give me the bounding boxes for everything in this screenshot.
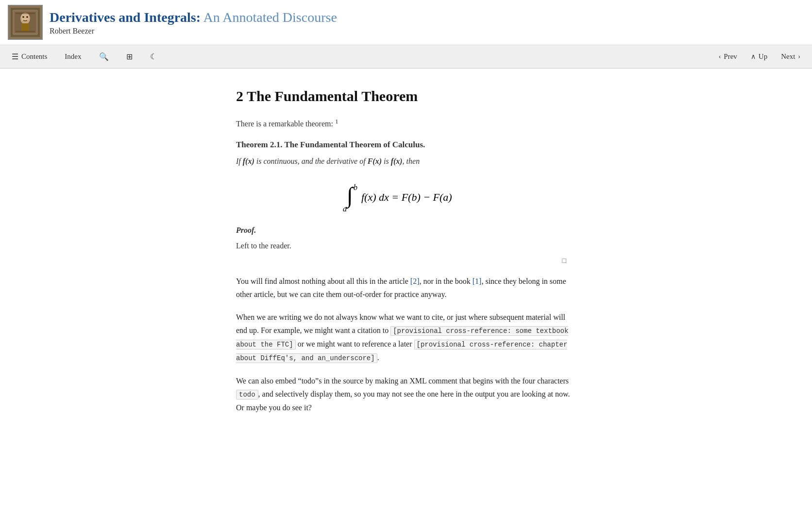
search-button[interactable]: 🔍: [95, 49, 113, 64]
theorem-block: Theorem 2.1. The Fundamental Theorem of …: [236, 140, 576, 214]
header-text: Derivatives and Integrals: An Annotated …: [50, 9, 337, 35]
hamburger-icon: ☰: [12, 52, 18, 61]
contents-button[interactable]: ☰ Contents: [8, 49, 51, 64]
up-button[interactable]: ∧ Up: [747, 50, 771, 64]
svg-rect-8: [16, 13, 35, 14]
fx2-bold: f(x): [391, 157, 403, 165]
para1-between: , nor in the book: [419, 277, 472, 285]
book-title-main: Derivatives and Integrals:: [50, 10, 201, 25]
svg-text:f(x) dx = F(b) − F(a): f(x) dx = F(b) − F(a): [361, 191, 452, 203]
ref-2-link[interactable]: [2]: [410, 277, 420, 285]
proof-body: Left to the reader.: [236, 240, 576, 252]
index-label: Index: [65, 52, 81, 61]
para3-text2: , and selectively display them, so you m…: [236, 390, 570, 412]
index-button[interactable]: Index: [61, 50, 85, 64]
prev-arrow-icon: ‹: [719, 53, 721, 61]
svg-rect-9: [16, 31, 35, 32]
para2-text2: or we might want to reference a later: [296, 340, 414, 348]
qed-symbol: □: [236, 257, 576, 265]
moon-icon: ☾: [150, 52, 157, 61]
fx-bold: f(x): [243, 157, 254, 165]
next-button[interactable]: Next ›: [777, 50, 804, 64]
chapter-intro: There is a remarkable theorem: 1: [236, 116, 576, 130]
todo-code: todo: [236, 390, 258, 400]
theorem-statement: If f(x) is continuous, and the derivativ…: [236, 155, 576, 168]
book-author: Robert Beezer: [50, 27, 337, 35]
paragraph-1: You will find almost nothing about all t…: [236, 275, 576, 301]
chapter-title: 2 The Fundamental Theorem: [236, 88, 576, 104]
prev-label: Prev: [724, 52, 737, 61]
ref-1-link[interactable]: [1]: [473, 277, 482, 285]
book-title-sub: An Annotated Discourse: [201, 10, 337, 25]
svg-point-6: [22, 16, 24, 18]
paragraph-3: We can also embed “todo”s in the source …: [236, 374, 576, 414]
paragraph-2: When we are writing we do not always kno…: [236, 311, 576, 365]
Fx-bold: F(x): [368, 157, 382, 165]
theorem-name: The Fundamental Theorem of Calculus.: [285, 140, 425, 149]
chapter-name: The Fundamental Theorem: [247, 88, 418, 104]
toolbar: ☰ Contents Index 🔍 ⊞ ☾ ‹ Prev ∧ Up Next …: [0, 45, 812, 69]
svg-text:a: a: [343, 205, 347, 213]
toolbar-left: ☰ Contents Index 🔍 ⊞ ☾: [8, 49, 715, 64]
theorem-text: If f(x) is continuous, and the derivativ…: [236, 157, 420, 165]
prev-button[interactable]: ‹ Prev: [715, 50, 741, 64]
up-arrow-icon: ∧: [751, 52, 756, 61]
chapter-number: 2: [236, 88, 243, 104]
site-header: Derivatives and Integrals: An Annotated …: [0, 0, 812, 45]
search-icon: 🔍: [99, 52, 109, 61]
svg-point-7: [26, 16, 28, 18]
grid-icon: ⊞: [126, 52, 133, 61]
svg-text:b: b: [354, 183, 357, 192]
contents-label: Contents: [21, 52, 47, 61]
para2-text3: .: [377, 353, 379, 362]
theorem-label: Theorem 2.1.: [236, 140, 283, 149]
book-title: Derivatives and Integrals: An Annotated …: [50, 9, 337, 26]
theorem-title: Theorem 2.1. The Fundamental Theorem of …: [236, 140, 576, 150]
math-equation: ∫ b a f(x) dx = F(b) − F(a): [236, 177, 576, 214]
next-arrow-icon: ›: [798, 53, 800, 61]
toolbar-right: ‹ Prev ∧ Up Next ›: [715, 50, 804, 64]
darkmode-button[interactable]: ☾: [146, 49, 161, 64]
next-label: Next: [781, 52, 795, 61]
main-content: 2 The Fundamental Theorem There is a rem…: [207, 69, 605, 453]
svg-rect-5: [21, 23, 29, 31]
book-logo: [8, 5, 43, 40]
para3-text1: We can also embed “todo”s in the source …: [236, 377, 569, 385]
intro-text: There is a remarkable theorem:: [236, 120, 333, 128]
grid-button[interactable]: ⊞: [122, 49, 136, 64]
proof-label: Proof.: [236, 226, 576, 235]
para1-text-before: You will find almost nothing about all t…: [236, 277, 410, 285]
footnote-ref-1: 1: [335, 118, 338, 125]
up-label: Up: [759, 52, 767, 61]
proof-section: Proof. Left to the reader.: [236, 226, 576, 252]
